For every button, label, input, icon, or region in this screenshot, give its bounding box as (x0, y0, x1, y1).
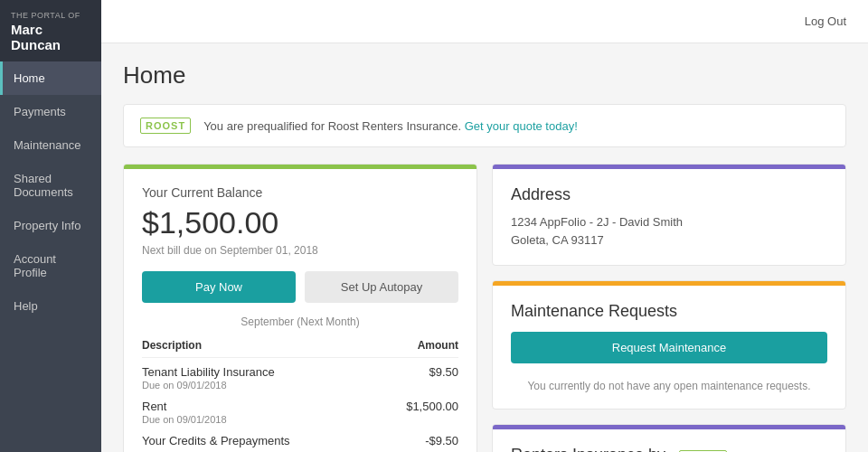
address-line1: 1234 AppFolio - 2J - David Smith (511, 213, 827, 231)
col-description: Description (142, 339, 376, 358)
bill-description: Tenant Liability InsuranceDue on 09/01/2… (142, 358, 376, 393)
bill-amount: $1,500.00 (376, 392, 458, 427)
roost-logo: ROOST (140, 118, 191, 134)
bill-row: Your Credits & Prepayments-$9.50 (142, 427, 458, 449)
payment-buttons: Pay Now Set Up Autopay (142, 271, 458, 303)
sidebar-item-home[interactable]: Home (0, 61, 101, 95)
sidebar: THE PORTAL OF Marc Duncan HomePaymentsMa… (0, 0, 101, 452)
content-area: Home ROOST You are prequalified for Roos… (101, 43, 868, 452)
bill-table: Description Amount Tenant Liability Insu… (142, 339, 458, 449)
renters-title: Renters Insurance by ROOST (511, 446, 827, 452)
sidebar-item-account-profile[interactable]: Account Profile (0, 242, 101, 289)
insurance-banner: ROOST You are prequalified for Roost Ren… (123, 104, 846, 147)
renters-card-body: Renters Insurance by ROOST (493, 429, 845, 452)
sidebar-item-shared-documents[interactable]: Shared Documents (0, 162, 101, 209)
sidebar-item-help[interactable]: Help (0, 289, 101, 323)
two-column-grid: Your Current Balance $1,500.00 Next bill… (123, 164, 846, 452)
balance-amount: $1,500.00 (142, 205, 458, 240)
balance-card-body: Your Current Balance $1,500.00 Next bill… (124, 169, 476, 452)
balance-label: Your Current Balance (142, 185, 458, 200)
right-column: Address 1234 AppFolio - 2J - David Smith… (492, 164, 846, 452)
sidebar-username: Marc Duncan (11, 22, 90, 52)
page-title: Home (123, 61, 846, 89)
bill-amount: -$9.50 (376, 427, 458, 449)
pay-now-button[interactable]: Pay Now (142, 271, 296, 303)
sidebar-item-property-info[interactable]: Property Info (0, 209, 101, 242)
portal-label: THE PORTAL OF (11, 11, 90, 20)
renters-card: Renters Insurance by ROOST (492, 424, 846, 452)
balance-card: Your Current Balance $1,500.00 Next bill… (123, 164, 477, 452)
address-card: Address 1234 AppFolio - 2J - David Smith… (492, 164, 846, 266)
bill-row: RentDue on 09/01/2018$1,500.00 (142, 392, 458, 427)
sidebar-nav: HomePaymentsMaintenanceShared DocumentsP… (0, 61, 101, 323)
maintenance-card: Maintenance Requests Request Maintenance… (492, 280, 846, 410)
sidebar-header: THE PORTAL OF Marc Duncan (0, 0, 101, 61)
logout-button[interactable]: Log Out (805, 14, 846, 28)
month-label: September (Next Month) (142, 315, 458, 328)
address-line2: Goleta, CA 93117 (511, 231, 827, 250)
maintenance-title: Maintenance Requests (511, 302, 827, 321)
insurance-text: You are prequalified for Roost Renters I… (203, 119, 461, 133)
sidebar-item-maintenance[interactable]: Maintenance (0, 128, 101, 162)
balance-due-text: Next bill due on September 01, 2018 (142, 244, 458, 257)
bill-description: Your Credits & Prepayments (142, 427, 376, 449)
sidebar-item-payments[interactable]: Payments (0, 95, 101, 128)
insurance-link[interactable]: Get your quote today! (465, 119, 578, 133)
bill-row: Tenant Liability InsuranceDue on 09/01/2… (142, 358, 458, 393)
maintenance-card-body: Maintenance Requests Request Maintenance… (493, 286, 845, 409)
main-content: Log Out Home ROOST You are prequalified … (101, 0, 868, 452)
autopay-button[interactable]: Set Up Autopay (305, 271, 458, 303)
address-card-body: Address 1234 AppFolio - 2J - David Smith… (493, 169, 845, 265)
topbar: Log Out (101, 0, 868, 43)
maintenance-note: You currently do not have any open maint… (511, 380, 827, 392)
bill-description: RentDue on 09/01/2018 (142, 392, 376, 427)
address-title: Address (511, 185, 827, 204)
col-amount: Amount (376, 339, 458, 358)
bill-amount: $9.50 (376, 358, 458, 393)
request-maintenance-button[interactable]: Request Maintenance (511, 332, 827, 363)
